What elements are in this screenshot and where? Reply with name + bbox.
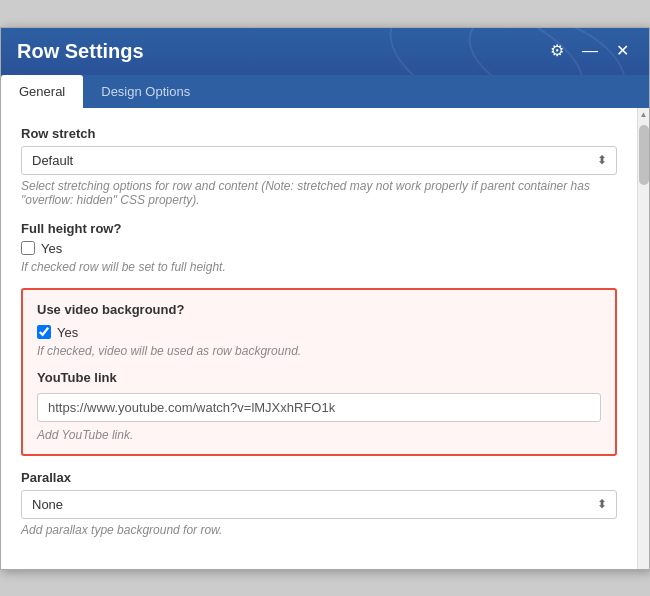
- minimize-button[interactable]: —: [578, 41, 602, 61]
- video-background-label: Use video background?: [37, 302, 601, 317]
- tab-general[interactable]: General: [1, 75, 83, 108]
- youtube-link-input[interactable]: [37, 393, 601, 422]
- full-height-hint: If checked row will be set to full heigh…: [21, 260, 617, 274]
- tabs-bar: General Design Options: [1, 75, 649, 108]
- parallax-hint: Add parallax type background for row.: [21, 523, 617, 537]
- row-stretch-select[interactable]: Default Stretch row Stretch row and cont…: [21, 146, 617, 175]
- video-background-checkbox-label: Yes: [57, 325, 78, 340]
- full-height-label: Full height row?: [21, 221, 617, 236]
- row-settings-dialog: Row Settings ⚙ — ✕ General Design Option…: [0, 27, 650, 570]
- row-stretch-label: Row stretch: [21, 126, 617, 141]
- dialog-header: Row Settings ⚙ — ✕: [1, 28, 649, 75]
- row-stretch-select-wrapper: Default Stretch row Stretch row and cont…: [21, 146, 617, 175]
- tab-design-options[interactable]: Design Options: [83, 75, 208, 108]
- scrollbar[interactable]: ▲: [637, 108, 649, 569]
- video-background-checkbox[interactable]: [37, 325, 51, 339]
- dialog-body: Row stretch Default Stretch row Stretch …: [1, 108, 637, 569]
- dialog-title: Row Settings: [17, 40, 144, 63]
- row-stretch-hint: Select stretching options for row and co…: [21, 179, 617, 207]
- row-stretch-group: Row stretch Default Stretch row Stretch …: [21, 126, 617, 207]
- full-height-checkbox[interactable]: [21, 241, 35, 255]
- video-background-hint: If checked, video will be used as row ba…: [37, 344, 601, 358]
- video-background-checkbox-row: Yes: [37, 325, 601, 340]
- settings-icon-button[interactable]: ⚙: [546, 41, 568, 61]
- scrollbar-thumb[interactable]: [639, 125, 649, 185]
- full-height-group: Full height row? Yes If checked row will…: [21, 221, 617, 274]
- parallax-select[interactable]: None Simple Simple with Fade With Fade: [21, 490, 617, 519]
- parallax-label: Parallax: [21, 470, 617, 485]
- close-button[interactable]: ✕: [612, 41, 633, 61]
- parallax-select-wrapper: None Simple Simple with Fade With Fade ⬍: [21, 490, 617, 519]
- youtube-link-hint: Add YouTube link.: [37, 428, 601, 442]
- video-background-section: Use video background? Yes If checked, vi…: [21, 288, 617, 456]
- full-height-checkbox-row: Yes: [21, 241, 617, 256]
- scrollbar-up-button[interactable]: ▲: [638, 108, 650, 121]
- youtube-link-group: YouTube link: [37, 370, 601, 422]
- header-actions: ⚙ — ✕: [546, 41, 633, 61]
- youtube-link-label: YouTube link: [37, 370, 601, 385]
- scrollbar-area: Row stretch Default Stretch row Stretch …: [1, 108, 649, 569]
- full-height-checkbox-label: Yes: [41, 241, 62, 256]
- content-area: Row stretch Default Stretch row Stretch …: [1, 108, 637, 569]
- parallax-group: Parallax None Simple Simple with Fade Wi…: [21, 470, 617, 537]
